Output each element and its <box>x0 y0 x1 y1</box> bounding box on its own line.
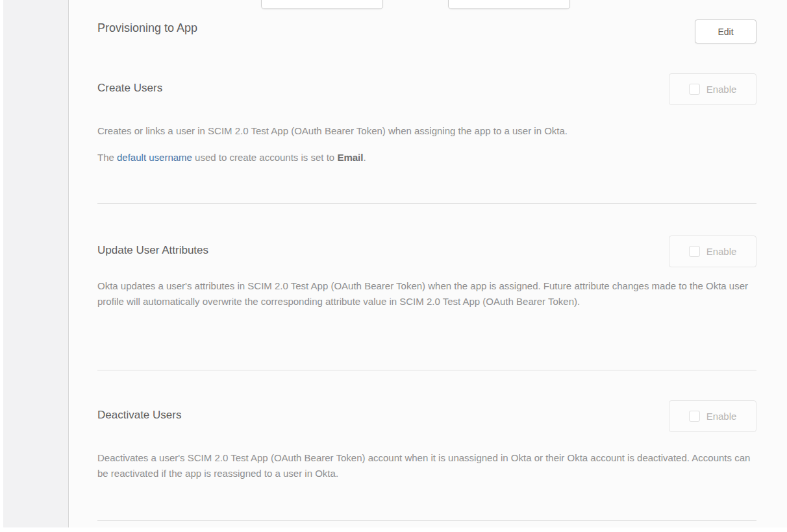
enable-label: Enable <box>706 84 737 95</box>
default-username-link[interactable]: default username <box>117 152 192 163</box>
enable-label: Enable <box>706 411 737 422</box>
divider <box>97 520 756 521</box>
section-title-deactivate-users: Deactivate Users <box>97 409 181 422</box>
note-middle: used to create accounts is set to <box>192 152 337 163</box>
enable-checkbox[interactable] <box>689 246 700 257</box>
page-title: Provisioning to App <box>97 21 197 35</box>
description-text: Okta updates a user's attributes in SCIM… <box>97 280 748 307</box>
cutoff-field-left[interactable] <box>261 0 383 9</box>
note-emphasis: Email <box>337 152 363 163</box>
divider <box>97 203 756 204</box>
enable-label: Enable <box>706 246 737 257</box>
deactivate-users-description: Deactivates a user's SCIM 2.0 Test App (… <box>97 450 756 481</box>
note-suffix: . <box>363 152 366 163</box>
enable-checkbox[interactable] <box>689 411 700 422</box>
enable-checkbox[interactable] <box>689 84 700 95</box>
description-text: Deactivates a user's SCIM 2.0 Test App (… <box>97 452 750 479</box>
edit-button[interactable]: Edit <box>695 19 756 43</box>
enable-toggle-update-user-attributes[interactable]: Enable <box>669 236 756 267</box>
create-users-description: Creates or links a user in SCIM 2.0 Test… <box>97 123 756 139</box>
update-user-attributes-description: Okta updates a user's attributes in SCIM… <box>97 278 756 309</box>
cutoff-field-right[interactable] <box>448 0 570 9</box>
description-text: Creates or links a user in SCIM 2.0 Test… <box>97 125 568 136</box>
enable-toggle-deactivate-users[interactable]: Enable <box>669 400 756 432</box>
section-title-create-users: Create Users <box>97 82 162 95</box>
default-username-note: The default username used to create acco… <box>97 150 756 165</box>
section-title-update-user-attributes: Update User Attributes <box>97 244 208 257</box>
left-sidebar <box>3 0 69 527</box>
provisioning-panel: Provisioning to App Edit Create Users En… <box>69 0 787 527</box>
note-prefix: The <box>97 152 117 163</box>
enable-toggle-create-users[interactable]: Enable <box>669 73 756 105</box>
divider <box>97 370 756 370</box>
